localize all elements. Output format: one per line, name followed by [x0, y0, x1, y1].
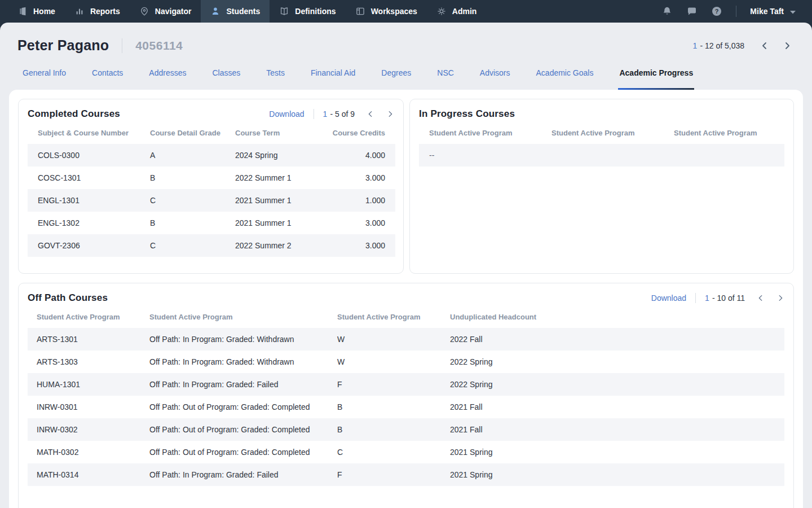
off-path-courses-card: Off Path Courses Download 1 - 10 of 11 S…: [18, 283, 794, 508]
cell-term: 2021 Summer 1: [225, 189, 315, 212]
cell-status: Off Path: Out of Program: Graded: Comple…: [140, 418, 328, 441]
column-header: Student Active Program: [328, 308, 441, 328]
cell-credits: 1.000: [315, 189, 395, 212]
cell-grade: C: [140, 234, 225, 257]
pagination-range: - 12 of 5,038: [700, 41, 744, 50]
cell-course: ENGL-1301: [28, 189, 140, 212]
cell-grade: C: [328, 441, 441, 463]
cell-course: COSC-1301: [28, 167, 140, 189]
tab-contacts[interactable]: Contacts: [92, 64, 123, 90]
off-path-prev-button[interactable]: [757, 294, 765, 302]
cell-status: Off Path: Out of Program: Graded: Comple…: [140, 396, 328, 418]
cell-course: INRW-0301: [28, 396, 140, 418]
table-row: ARTS-1301Off Path: In Program: Graded: W…: [28, 328, 784, 351]
home-icon: [17, 6, 28, 16]
cell-grade: B: [140, 212, 225, 234]
tab-classes[interactable]: Classes: [212, 64, 240, 90]
user-menu[interactable]: Mike Taft: [750, 7, 796, 16]
cell-term: 2022 Summer 1: [225, 167, 315, 189]
cell-grade: B: [328, 418, 441, 441]
nav-item-workspaces[interactable]: Workspaces: [346, 0, 427, 23]
nav-item-label: Navigator: [155, 7, 192, 16]
column-header: Student Active Program: [140, 308, 328, 328]
completed-courses-table: Subject & Course Number Course Detail Gr…: [28, 124, 395, 257]
column-header: Course Term: [225, 124, 315, 144]
nav-item-admin[interactable]: Admin: [427, 0, 487, 23]
next-record-button[interactable]: [783, 41, 792, 50]
tab-addresses[interactable]: Addresses: [149, 64, 186, 90]
students-icon: [210, 6, 220, 16]
table-row: ARTS-1303Off Path: In Program: Graded: W…: [28, 351, 784, 373]
off-path-courses-table: Student Active Program Student Active Pr…: [28, 308, 784, 486]
off-path-download-link[interactable]: Download: [651, 294, 686, 303]
cell-credits: 4.000: [315, 144, 395, 167]
svg-text:?: ?: [715, 8, 719, 15]
help-icon[interactable]: ?: [711, 6, 722, 17]
cell-term: 2022 Summer 2: [225, 234, 315, 257]
table-row: ENGL-1302B2021 Summer 13.000: [28, 212, 395, 234]
tab-nsc[interactable]: NSC: [437, 64, 454, 90]
cell-course: MATH-0302: [28, 441, 140, 463]
pagination-range: - 10 of 11: [712, 294, 745, 303]
cell-course: GOVT-2306: [28, 234, 140, 257]
in-progress-courses-card: In Progress Courses Student Active Progr…: [409, 99, 794, 274]
cell-grade: W: [328, 351, 441, 373]
page-title: Peter Pagano: [17, 37, 109, 54]
cell-credits: 3.000: [315, 212, 395, 234]
controls-divider: [314, 109, 314, 119]
definitions-icon: [279, 6, 289, 16]
nav-item-students[interactable]: Students: [201, 0, 270, 23]
table-row: INRW-0302Off Path: Out of Program: Grade…: [28, 418, 784, 441]
tab-general-info[interactable]: General Info: [23, 64, 66, 90]
nav-item-label: Students: [226, 7, 260, 16]
off-path-pagination: 1 - 10 of 11: [705, 294, 784, 303]
table-row: COLS-0300A2024 Spring4.000: [28, 144, 395, 167]
nav-item-navigator[interactable]: Navigator: [130, 0, 201, 23]
pagination-range: - 5 of 9: [330, 110, 355, 119]
column-header: Subject & Course Number: [28, 124, 140, 144]
off-path-next-button[interactable]: [776, 294, 784, 302]
tab-tests[interactable]: Tests: [266, 64, 285, 90]
tab-advisors[interactable]: Advisors: [480, 64, 510, 90]
student-tabs: General Info Contacts Addresses Classes …: [23, 64, 812, 90]
table-header-row: Student Active Program Student Active Pr…: [419, 124, 784, 144]
cell-term: 2024 Spring: [225, 144, 315, 167]
record-pagination: 1 - 12 of 5,038: [693, 41, 744, 50]
prev-record-button[interactable]: [760, 41, 769, 50]
completed-download-link[interactable]: Download: [269, 110, 304, 119]
cell-course: COLS-0300: [28, 144, 140, 167]
pagination-current: 1: [705, 294, 709, 303]
table-row: COSC-1301B2022 Summer 13.000: [28, 167, 395, 189]
completed-next-button[interactable]: [386, 110, 394, 118]
page-header: Peter Pagano 4056114 1 - 12 of 5,038: [0, 23, 812, 54]
page-sheet: Peter Pagano 4056114 1 - 12 of 5,038 Gen…: [0, 23, 812, 508]
table-row: INRW-0301Off Path: Out of Program: Grade…: [28, 396, 784, 418]
controls-divider: [695, 293, 696, 303]
cell-status: Off Path: In Program: Graded: Failed: [140, 373, 328, 396]
student-id: 4056114: [135, 39, 183, 52]
tab-degrees[interactable]: Degrees: [381, 64, 411, 90]
user-name: Mike Taft: [750, 7, 784, 16]
nav-item-definitions[interactable]: Definitions: [270, 0, 345, 23]
nav-item-home[interactable]: Home: [8, 0, 65, 23]
cell-course: ENGL-1302: [28, 212, 140, 234]
column-header: Student Active Program: [28, 308, 140, 328]
top-nav: Home Reports Navigator Students Definiti…: [0, 0, 812, 23]
nav-item-reports[interactable]: Reports: [65, 0, 130, 23]
chat-icon[interactable]: [686, 6, 698, 17]
cell-grade: W: [328, 328, 441, 351]
completed-prev-button[interactable]: [367, 110, 374, 118]
tab-academic-progress[interactable]: Academic Progress: [619, 64, 693, 90]
pagination-current: 1: [693, 41, 698, 50]
bell-icon[interactable]: [661, 6, 673, 17]
cell-status: Off Path: In Program: Graded: Withdrawn: [140, 351, 328, 373]
nav-divider: [736, 6, 736, 17]
cell-term: 2021 Spring: [441, 463, 784, 486]
cell-status: Off Path: Out of Program: Graded: Comple…: [140, 441, 328, 463]
column-header: Course Credits: [315, 124, 395, 144]
column-header: Unduplicated Headcount: [441, 308, 784, 328]
tab-financial-aid[interactable]: Financial Aid: [311, 64, 355, 90]
tab-academic-goals[interactable]: Academic Goals: [536, 64, 594, 90]
reports-icon: [74, 6, 85, 16]
table-row: --: [419, 144, 784, 167]
